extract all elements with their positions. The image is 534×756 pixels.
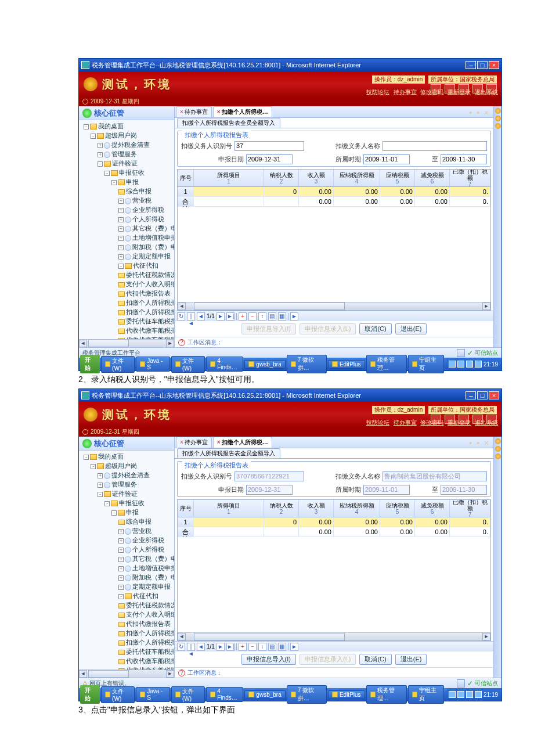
tree-node[interactable]: -申报 [81,177,174,186]
start-button[interactable]: 开始 [80,355,100,373]
grid-row-1[interactable]: 10 0.000.000.00 0.000. [178,517,490,527]
tree-node[interactable]: 综合申报 [81,186,174,196]
tree-node[interactable]: +个人所得税 [81,545,174,554]
tree-node[interactable]: 扣缴个人所得税报告表全 [81,628,174,638]
payer-name-input[interactable] [383,141,487,151]
tree-node[interactable]: -申报征收 [81,168,174,177]
tree-node[interactable]: +定期定额申报 [81,582,174,591]
tree-node[interactable]: +附加税（费）申报表 [81,573,174,582]
import-button[interactable]: 申报信息导入(I) [241,654,296,665]
period-from-input[interactable]: 2009-11-01 [363,154,410,164]
import-button[interactable]: 申报信息导入(I) [241,323,296,334]
tree-node[interactable]: 支付个人收入明细表 [81,279,174,289]
task-item[interactable]: 4 Finds… [206,357,243,372]
tree-node[interactable]: +管理服务 [81,480,174,489]
tray[interactable]: 21:19 [446,688,500,701]
tb-del[interactable]: − [248,312,257,321]
tb-refresh[interactable]: ↻ [177,643,185,651]
task-item[interactable]: 税务管理… [366,355,407,373]
tree-node[interactable]: +管理服务 [81,149,174,159]
tree-node[interactable]: 委托代征税款情况表 [81,600,174,610]
tb-prev[interactable]: ◄ [197,312,205,321]
task-item[interactable]: 文件(W) [101,356,135,373]
task-item[interactable]: 文件(W) [101,686,135,703]
minimize-button[interactable]: ‒ [466,61,476,69]
link-exit[interactable]: 退出系统 [475,419,498,426]
right-strip[interactable] [493,437,501,678]
payer-id-input[interactable]: 370785667122921 [234,471,304,481]
link-relogin[interactable]: 重新登录 [448,89,471,95]
task-item[interactable]: EditPlus [328,360,365,369]
tree-node[interactable]: +企业所得税 [81,205,174,214]
h-scrollbar[interactable]: ◄► [79,339,174,347]
task-item[interactable]: Java - S [136,687,170,702]
cancel-button[interactable]: 取消(C) [359,323,391,334]
task-item[interactable]: 税务管理… [366,685,407,704]
tree-node[interactable]: 扣缴个人所得税报告表异于 [81,307,174,316]
task-item[interactable]: 文件(W) [171,356,205,373]
task-item[interactable]: 4 Finds… [206,687,243,702]
task-item[interactable]: 宁组主页 [408,355,444,373]
task-item[interactable]: 文件(W) [171,686,205,703]
tree-node[interactable]: -我的桌面 [81,121,174,131]
right-strip[interactable] [493,106,501,347]
tb-refresh[interactable]: ↻ [177,312,185,321]
tb-first[interactable]: |◄ [187,312,195,321]
tb-filter[interactable]: ▤ [268,312,276,321]
tree-node[interactable]: 代收代缴车船税报告表 [81,326,174,335]
maximize-button[interactable]: □ [477,61,488,69]
exit-button[interactable]: 退出(E) [395,323,427,334]
tab-report[interactable]: ×扣缴个人所得税… [213,106,272,117]
tree-node[interactable]: +企业所得税 [81,535,174,545]
tree-node[interactable]: +定期定额申报 [81,251,174,261]
tb-filter[interactable]: ▤ [268,643,276,651]
task-item[interactable]: gwsb_bra [244,690,285,699]
tb-del[interactable]: − [248,643,257,651]
tree-node[interactable]: +提外税金清查 [81,470,174,480]
tb-last[interactable]: ►| [226,643,234,651]
task-item[interactable]: gwsb_bra [244,360,285,369]
tb-last[interactable]: ►| [226,312,234,321]
grid-h-scrollbar[interactable]: ◄► [178,302,490,310]
close-button[interactable]: × [489,391,499,399]
tree-node[interactable]: +营业税 [81,526,174,535]
tb-add[interactable]: + [239,312,247,321]
tb-next[interactable]: ► [217,643,225,651]
link-todo[interactable]: 待办事宜 [394,89,417,95]
report-date-input[interactable]: 2009-12-31 [246,154,293,164]
tree-node[interactable]: -代征代扣 [81,261,174,270]
tb-export[interactable]: ▦ [278,312,286,321]
start-button[interactable]: 开始 [80,685,100,704]
maximize-button[interactable]: □ [477,391,488,399]
tree-node[interactable]: +其它税（费）申报表 [81,554,174,563]
tb-sort[interactable]: ↕ [258,643,266,651]
sub-tab-import[interactable]: 扣缴个人所得税报告表全员全额导入 [177,118,280,128]
period-to-input[interactable]: 2009-11-30 [441,154,487,164]
tb-go[interactable]: ► [290,643,298,651]
input-button[interactable]: 申报信息录入(L) [300,654,356,665]
tree-node[interactable]: 综合申报 [81,517,174,526]
link-relogin[interactable]: 重新登录 [448,419,471,426]
tree-node[interactable]: 委托代征车船税报告表 [81,647,174,656]
tree-node[interactable]: 代扣代缴报告表 [81,289,174,298]
link-exit[interactable]: 退出系统 [475,89,498,95]
tree-node[interactable]: -超级用户岗 [81,131,174,140]
task-item[interactable]: 宁组主页 [408,685,444,704]
payer-id-input[interactable]: 37 [234,141,304,151]
tree-node[interactable]: -申报征收 [81,498,174,507]
tree-node[interactable]: +提外税金清查 [81,140,174,149]
tree-node[interactable]: -申报 [81,507,174,517]
link-forum[interactable]: 技防论坛 [366,89,389,95]
tree-node[interactable]: -超级用户岗 [81,461,174,470]
tree-node[interactable]: +个人所得税 [81,214,174,224]
period-from-input[interactable]: 2009-11-01 [363,485,410,495]
tree-node[interactable]: +土地增值税申报表 [81,563,174,573]
tree-node[interactable]: 代收代缴车船税明细报告 [81,665,174,669]
tree-node[interactable]: 扣缴个人所得税报告表全 [81,298,174,307]
tab-todo[interactable]: ×待办事宜 [176,437,212,448]
grid-h-scrollbar[interactable]: ◄► [178,632,490,640]
tree-node[interactable]: -代征代扣 [81,591,174,600]
task-item[interactable]: 7 微软拼… [287,685,327,704]
period-to-input[interactable]: 2009-11-30 [441,485,487,495]
tab-report[interactable]: ×扣缴个人所得税… [213,437,272,448]
